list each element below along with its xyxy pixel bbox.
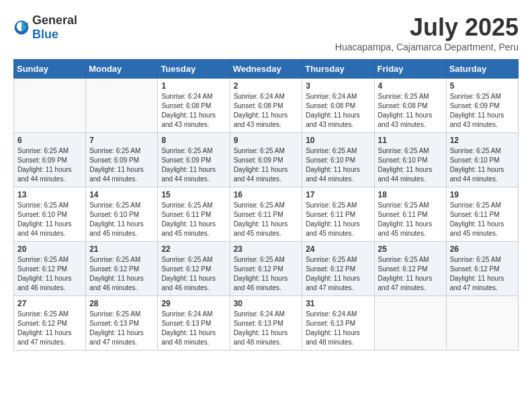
day-info: Sunrise: 6:25 AM Sunset: 6:10 PM Dayligh…: [306, 146, 370, 184]
day-number: 30: [234, 299, 299, 308]
day-info: Sunrise: 6:25 AM Sunset: 6:10 PM Dayligh…: [378, 146, 443, 184]
day-info: Sunrise: 6:24 AM Sunset: 6:13 PM Dayligh…: [306, 310, 370, 347]
week-row-1: 1Sunrise: 6:24 AM Sunset: 6:08 PM Daylig…: [14, 79, 519, 133]
day-number: 23: [234, 244, 299, 254]
calendar-cell: 26Sunrise: 6:25 AM Sunset: 6:12 PM Dayli…: [446, 242, 518, 296]
day-info: Sunrise: 6:25 AM Sunset: 6:10 PM Dayligh…: [89, 201, 154, 238]
day-info: Sunrise: 6:25 AM Sunset: 6:11 PM Dayligh…: [450, 201, 515, 238]
day-number: 29: [161, 299, 226, 308]
day-info: Sunrise: 6:25 AM Sunset: 6:12 PM Dayligh…: [306, 255, 370, 293]
calendar-cell: 17Sunrise: 6:25 AM Sunset: 6:11 PM Dayli…: [302, 187, 374, 242]
calendar-cell: 9Sunrise: 6:25 AM Sunset: 6:09 PM Daylig…: [230, 133, 302, 187]
day-number: 27: [17, 299, 82, 308]
calendar-cell: 31Sunrise: 6:24 AM Sunset: 6:13 PM Dayli…: [302, 296, 374, 351]
calendar-cell: 14Sunrise: 6:25 AM Sunset: 6:10 PM Dayli…: [86, 187, 158, 242]
day-info: Sunrise: 6:25 AM Sunset: 6:11 PM Dayligh…: [306, 201, 370, 238]
weekday-header-friday: Friday: [374, 60, 446, 79]
day-number: 16: [234, 190, 299, 199]
calendar-cell: [14, 79, 86, 133]
header: General Blue July 2025 Huacapampa, Cajam…: [13, 13, 519, 52]
weekday-header-saturday: Saturday: [446, 60, 518, 79]
day-number: 17: [306, 190, 370, 199]
calendar-cell: 20Sunrise: 6:25 AM Sunset: 6:12 PM Dayli…: [14, 242, 86, 296]
calendar-cell: 13Sunrise: 6:25 AM Sunset: 6:10 PM Dayli…: [14, 187, 86, 242]
day-info: Sunrise: 6:25 AM Sunset: 6:12 PM Dayligh…: [17, 310, 82, 347]
day-number: 15: [161, 190, 226, 199]
day-number: 2: [234, 81, 299, 91]
day-number: 24: [306, 244, 370, 254]
weekday-header-row: SundayMondayTuesdayWednesdayThursdayFrid…: [14, 60, 519, 79]
week-row-5: 27Sunrise: 6:25 AM Sunset: 6:12 PM Dayli…: [14, 296, 519, 351]
day-number: 13: [17, 190, 82, 199]
calendar-cell: 28Sunrise: 6:25 AM Sunset: 6:13 PM Dayli…: [86, 296, 158, 351]
calendar-cell: 29Sunrise: 6:24 AM Sunset: 6:13 PM Dayli…: [158, 296, 230, 351]
day-number: 22: [161, 244, 226, 254]
week-row-4: 20Sunrise: 6:25 AM Sunset: 6:12 PM Dayli…: [14, 242, 519, 296]
logo-text: General Blue: [32, 13, 77, 42]
calendar-cell: [86, 79, 158, 133]
day-number: 11: [378, 136, 443, 145]
day-number: 10: [306, 136, 370, 145]
weekday-header-sunday: Sunday: [14, 60, 86, 79]
day-info: Sunrise: 6:25 AM Sunset: 6:10 PM Dayligh…: [17, 201, 82, 238]
weekday-header-monday: Monday: [86, 60, 158, 79]
calendar-cell: 5Sunrise: 6:25 AM Sunset: 6:09 PM Daylig…: [446, 79, 518, 133]
day-number: 14: [89, 190, 154, 199]
calendar-cell: 2Sunrise: 6:24 AM Sunset: 6:08 PM Daylig…: [230, 79, 302, 133]
calendar-cell: [374, 296, 446, 351]
day-info: Sunrise: 6:25 AM Sunset: 6:09 PM Dayligh…: [17, 146, 82, 184]
day-number: 1: [161, 81, 226, 91]
calendar-cell: 22Sunrise: 6:25 AM Sunset: 6:12 PM Dayli…: [158, 242, 230, 296]
day-info: Sunrise: 6:25 AM Sunset: 6:13 PM Dayligh…: [89, 310, 154, 347]
day-info: Sunrise: 6:25 AM Sunset: 6:09 PM Dayligh…: [161, 146, 226, 184]
logo: General Blue: [13, 13, 77, 42]
day-number: 20: [17, 244, 82, 254]
day-info: Sunrise: 6:25 AM Sunset: 6:08 PM Dayligh…: [378, 92, 443, 130]
day-info: Sunrise: 6:25 AM Sunset: 6:12 PM Dayligh…: [89, 255, 154, 293]
calendar-table: SundayMondayTuesdayWednesdayThursdayFrid…: [13, 59, 519, 351]
day-number: 19: [450, 190, 515, 199]
day-info: Sunrise: 6:25 AM Sunset: 6:09 PM Dayligh…: [89, 146, 154, 184]
calendar-cell: 6Sunrise: 6:25 AM Sunset: 6:09 PM Daylig…: [14, 133, 86, 187]
calendar-cell: 8Sunrise: 6:25 AM Sunset: 6:09 PM Daylig…: [158, 133, 230, 187]
day-info: Sunrise: 6:25 AM Sunset: 6:12 PM Dayligh…: [378, 255, 443, 293]
calendar-cell: 18Sunrise: 6:25 AM Sunset: 6:11 PM Dayli…: [374, 187, 446, 242]
calendar-cell: 1Sunrise: 6:24 AM Sunset: 6:08 PM Daylig…: [158, 79, 230, 133]
day-number: 3: [306, 81, 370, 91]
day-number: 7: [89, 136, 154, 145]
calendar-cell: 23Sunrise: 6:25 AM Sunset: 6:12 PM Dayli…: [230, 242, 302, 296]
weekday-header-wednesday: Wednesday: [230, 60, 302, 79]
calendar-cell: 24Sunrise: 6:25 AM Sunset: 6:12 PM Dayli…: [302, 242, 374, 296]
day-info: Sunrise: 6:24 AM Sunset: 6:13 PM Dayligh…: [161, 310, 226, 347]
calendar-cell: 25Sunrise: 6:25 AM Sunset: 6:12 PM Dayli…: [374, 242, 446, 296]
day-info: Sunrise: 6:25 AM Sunset: 6:12 PM Dayligh…: [234, 255, 299, 293]
calendar-cell: 19Sunrise: 6:25 AM Sunset: 6:11 PM Dayli…: [446, 187, 518, 242]
calendar-cell: 12Sunrise: 6:25 AM Sunset: 6:10 PM Dayli…: [446, 133, 518, 187]
day-number: 18: [378, 190, 443, 199]
calendar-cell: 15Sunrise: 6:25 AM Sunset: 6:11 PM Dayli…: [158, 187, 230, 242]
logo-icon: [13, 19, 30, 36]
calendar-cell: 16Sunrise: 6:25 AM Sunset: 6:11 PM Dayli…: [230, 187, 302, 242]
calendar-cell: 11Sunrise: 6:25 AM Sunset: 6:10 PM Dayli…: [374, 133, 446, 187]
day-number: 4: [378, 81, 443, 91]
day-info: Sunrise: 6:25 AM Sunset: 6:10 PM Dayligh…: [450, 146, 515, 184]
day-info: Sunrise: 6:25 AM Sunset: 6:11 PM Dayligh…: [234, 201, 299, 238]
day-number: 8: [161, 136, 226, 145]
day-info: Sunrise: 6:25 AM Sunset: 6:12 PM Dayligh…: [17, 255, 82, 293]
logo-blue: Blue: [32, 28, 58, 41]
day-info: Sunrise: 6:25 AM Sunset: 6:12 PM Dayligh…: [450, 255, 515, 293]
day-number: 31: [306, 299, 370, 308]
day-info: Sunrise: 6:25 AM Sunset: 6:11 PM Dayligh…: [161, 201, 226, 238]
day-info: Sunrise: 6:25 AM Sunset: 6:09 PM Dayligh…: [450, 92, 515, 130]
week-row-2: 6Sunrise: 6:25 AM Sunset: 6:09 PM Daylig…: [14, 133, 519, 187]
day-info: Sunrise: 6:24 AM Sunset: 6:13 PM Dayligh…: [234, 310, 299, 347]
calendar-cell: 10Sunrise: 6:25 AM Sunset: 6:10 PM Dayli…: [302, 133, 374, 187]
calendar-cell: [446, 296, 518, 351]
day-info: Sunrise: 6:24 AM Sunset: 6:08 PM Dayligh…: [161, 92, 226, 130]
calendar-cell: 30Sunrise: 6:24 AM Sunset: 6:13 PM Dayli…: [230, 296, 302, 351]
calendar-cell: 7Sunrise: 6:25 AM Sunset: 6:09 PM Daylig…: [86, 133, 158, 187]
month-year: July 2025: [335, 13, 519, 42]
day-info: Sunrise: 6:25 AM Sunset: 6:09 PM Dayligh…: [234, 146, 299, 184]
location: Huacapampa, Cajamarca Department, Peru: [335, 42, 519, 52]
day-number: 21: [89, 244, 154, 254]
